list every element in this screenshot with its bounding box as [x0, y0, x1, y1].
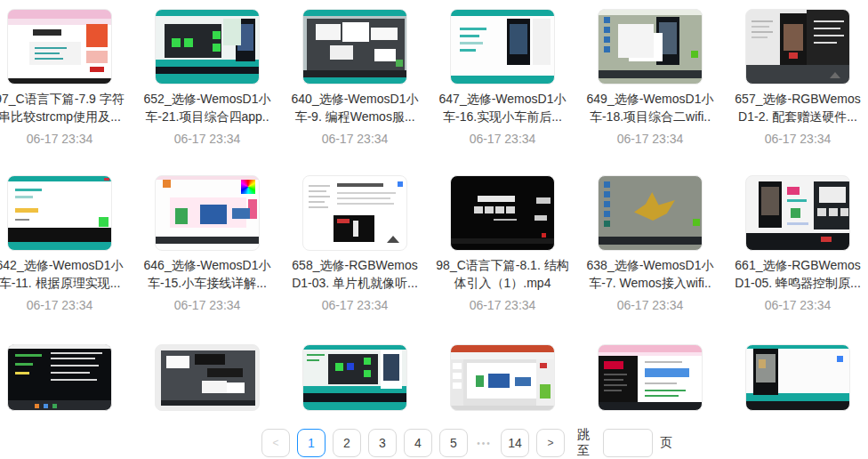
video-card[interactable]: 661_选修-RGBWemosD1-05. 蜂鸣器控制原... 06-17 23…	[745, 175, 850, 312]
page-button-1[interactable]: 1	[297, 429, 326, 457]
video-card[interactable]	[155, 344, 260, 411]
video-thumbnail[interactable]	[155, 175, 260, 251]
video-thumbnail[interactable]	[598, 9, 703, 85]
video-date: 06-17 23:34	[322, 132, 389, 146]
video-title[interactable]: 657_选修-RGBWemosD1-2. 配套赠送硬件...	[731, 90, 864, 125]
video-thumbnail[interactable]	[155, 9, 260, 85]
video-date: 06-17 23:34	[765, 298, 832, 312]
video-card[interactable]: 638_选修-WemosD1小车-7. Wemos接入wifi.. 06-17 …	[598, 175, 703, 312]
video-title[interactable]: 646_选修-WemosD1小车-15.小车接线详解...	[141, 256, 274, 292]
video-card[interactable]: 649_选修-WemosD1小车-18.项目综合二wifi.. 06-17 23…	[598, 9, 703, 146]
video-thumbnail[interactable]	[7, 9, 112, 85]
video-title[interactable]: 661_选修-RGBWemosD1-05. 蜂鸣器控制原...	[731, 256, 864, 292]
video-card[interactable]: 652_选修-WemosD1小车-21.项目综合四app.. 06-17 23:…	[155, 9, 260, 146]
video-thumbnail[interactable]	[155, 344, 260, 411]
video-title[interactable]: 98_C语言下篇-8.1. 结构体引入（1）.mp4	[436, 256, 569, 292]
video-card[interactable]: 657_选修-RGBWemosD1-2. 配套赠送硬件... 06-17 23:…	[745, 9, 850, 146]
video-title[interactable]: 649_选修-WemosD1小车-18.项目综合二wifi..	[583, 90, 717, 125]
pagination-ellipsis-icon[interactable]: •••	[475, 439, 494, 448]
video-card[interactable]	[598, 344, 703, 411]
video-thumbnail[interactable]	[450, 175, 555, 251]
video-thumbnail[interactable]	[7, 344, 112, 411]
page-jump-input[interactable]	[603, 429, 653, 457]
video-card[interactable]: 658_选修-RGBWemosD1-03. 单片机就像听... 06-17 23…	[302, 175, 407, 312]
page-button-3[interactable]: 3	[368, 429, 397, 457]
next-page-button[interactable]: >	[536, 429, 565, 457]
video-date: 06-17 23:34	[174, 132, 241, 146]
page-button-14[interactable]: 14	[501, 429, 529, 457]
grid-row-3	[0, 344, 868, 411]
video-card[interactable]: 98_C语言下篇-8.1. 结构体引入（1）.mp4 06-17 23:34	[450, 175, 555, 312]
video-list-page: 97_C语言下篇-7.9 字符串比较strcmp使用及... 06-17 23:…	[0, 0, 868, 459]
video-thumbnail[interactable]	[7, 175, 112, 251]
page-unit-label: 页	[660, 435, 672, 451]
video-card[interactable]	[450, 344, 555, 411]
video-date: 06-17 23:34	[765, 132, 832, 146]
video-thumbnail[interactable]	[598, 344, 703, 411]
page-button-5[interactable]: 5	[439, 429, 468, 457]
jump-to-label: 跳至	[577, 427, 596, 459]
video-thumbnail[interactable]	[302, 175, 407, 251]
video-card[interactable]	[745, 344, 850, 411]
video-title[interactable]: 97_C语言下篇-7.9 字符串比较strcmp使用及...	[0, 90, 126, 125]
video-thumbnail[interactable]	[745, 9, 850, 85]
video-date: 06-17 23:34	[470, 132, 536, 146]
grid-row-2: 642_选修-WemosD1小车-11. 根据原理实现... 06-17 23:…	[0, 175, 868, 312]
video-thumbnail[interactable]	[450, 344, 555, 411]
pagination: < 1 2 3 4 5 ••• 14 > 跳至 页	[261, 429, 672, 457]
video-card[interactable]: 647_选修-WemosD1小车-16.实现小车前后... 06-17 23:3…	[450, 9, 555, 146]
video-title[interactable]: 647_选修-WemosD1小车-16.实现小车前后...	[436, 90, 569, 125]
page-button-2[interactable]: 2	[333, 429, 361, 457]
video-thumbnail[interactable]	[745, 344, 850, 411]
video-title[interactable]: 638_选修-WemosD1小车-7. Wemos接入wifi..	[583, 256, 717, 292]
page-button-4[interactable]: 4	[404, 429, 432, 457]
video-card[interactable]: 97_C语言下篇-7.9 字符串比较strcmp使用及... 06-17 23:…	[7, 9, 112, 146]
video-date: 06-17 23:34	[174, 298, 241, 312]
video-title[interactable]: 652_选修-WemosD1小车-21.项目综合四app..	[141, 90, 274, 125]
next-page-icon: >	[547, 437, 553, 449]
prev-page-button[interactable]: <	[261, 429, 290, 457]
video-thumbnail[interactable]	[745, 175, 850, 251]
video-date: 06-17 23:34	[617, 298, 684, 312]
video-date: 06-17 23:34	[27, 298, 93, 312]
video-thumbnail[interactable]	[598, 175, 703, 251]
grid-row-1: 97_C语言下篇-7.9 字符串比较strcmp使用及... 06-17 23:…	[0, 9, 868, 146]
video-date: 06-17 23:34	[470, 298, 536, 312]
video-card[interactable]	[302, 344, 407, 411]
video-thumbnail[interactable]	[302, 9, 407, 85]
video-title[interactable]: 642_选修-WemosD1小车-11. 根据原理实现...	[0, 256, 126, 292]
video-title[interactable]: 640_选修-WemosD1小车-9. 编程Wemos服...	[288, 90, 422, 125]
video-title[interactable]: 658_选修-RGBWemosD1-03. 单片机就像听...	[288, 256, 422, 292]
video-thumbnail[interactable]	[450, 9, 555, 85]
video-card[interactable]: 646_选修-WemosD1小车-15.小车接线详解... 06-17 23:3…	[155, 175, 260, 312]
video-card[interactable]: 640_选修-WemosD1小车-9. 编程Wemos服... 06-17 23…	[302, 9, 407, 146]
video-date: 06-17 23:34	[27, 132, 93, 146]
prev-page-icon: <	[272, 437, 278, 449]
video-date: 06-17 23:34	[617, 132, 684, 146]
video-date: 06-17 23:34	[322, 298, 389, 312]
video-thumbnail[interactable]	[302, 344, 407, 411]
video-card[interactable]	[7, 344, 112, 411]
video-card[interactable]: 642_选修-WemosD1小车-11. 根据原理实现... 06-17 23:…	[7, 175, 112, 312]
